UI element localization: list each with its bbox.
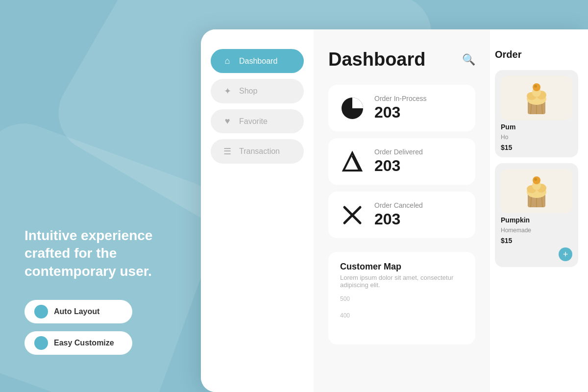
auto-layout-label: Auto Layout [54,307,99,316]
product-subtitle-1: Ho [501,134,572,141]
delivered-icon [340,149,365,174]
product-card-1: Pum Ho $15 [495,70,578,157]
product-image-2 [501,169,572,213]
stat-info-canceled: Order Canceled 203 [374,201,423,228]
product-subtitle-2: Homemade [501,227,572,234]
canceled-icon [340,203,365,227]
stat-info-in-process: Order In-Process 203 [374,95,427,122]
products-section-title: Order [495,49,578,60]
auto-layout-pill[interactable]: Auto Layout [24,300,132,323]
header-row: Dashboard 🔍 [328,49,475,70]
chart-labels: 500 400 [340,295,350,319]
cupcake-svg-1 [517,78,556,118]
stat-info-delivered: Order Delivered 203 [374,148,423,175]
stats-grid: Order In-Process 203 Order Delivered 203 [328,85,475,238]
search-icon[interactable]: 🔍 [462,53,475,66]
easy-customize-pill[interactable]: Easy Customize [24,331,132,355]
shop-icon: ✦ [221,86,233,97]
sidebar-label-dashboard: Dashboard [239,57,277,66]
customer-map-title: Customer Map [340,262,464,272]
product-name-1: Pum [501,123,572,131]
svg-point-24 [534,178,537,181]
easy-customize-label: Easy Customize [54,339,114,347]
customer-map-section: Customer Map Lorem ipsum dolor sit amet,… [328,252,475,344]
app-panel: ⌂ Dashboard ✦ Shop ♥ Favorite ☰ Transact… [201,29,588,392]
svg-point-14 [534,85,537,88]
heart-icon: ♥ [221,116,233,126]
transaction-icon: ☰ [221,146,233,157]
in-process-icon [340,96,365,121]
sidebar-item-favorite[interactable]: ♥ Favorite [211,109,304,133]
stat-label-delivered: Order Delivered [374,148,423,156]
product-card-2: Pumpkin Homemade $15 + [495,163,578,267]
sidebar-item-transaction[interactable]: ☰ Transaction [211,139,304,164]
home-icon: ⌂ [221,56,233,66]
sidebar-label-shop: Shop [239,87,257,96]
left-panel: Intuitive experience crafted for the con… [0,0,211,392]
customer-map-desc: Lorem ipsum dolor sit amet, consectetur … [340,274,464,289]
page-title: Dashboard [328,49,425,70]
product-name-2: Pumpkin [501,216,572,224]
chart-label-400: 400 [340,312,350,319]
easy-customize-dot [34,336,48,350]
stat-label-canceled: Order Canceled [374,201,423,209]
stat-card-in-process: Order In-Process 203 [328,85,475,131]
sidebar-item-dashboard[interactable]: ⌂ Dashboard [211,49,304,73]
stat-value-canceled: 203 [374,210,423,228]
stat-value-in-process: 203 [374,103,427,122]
tagline: Intuitive experience crafted for the con… [24,227,186,280]
sidebar: ⌂ Dashboard ✦ Shop ♥ Favorite ☰ Transact… [201,29,314,392]
main-content: Dashboard 🔍 Order In-Process 203 [314,29,490,392]
stat-card-delivered: Order Delivered 203 [328,138,475,185]
add-to-cart-button-2[interactable]: + [559,247,572,261]
cupcake-svg-2 [517,172,556,211]
chart-area: 500 400 [340,295,464,335]
sidebar-label-favorite: Favorite [239,117,268,126]
sidebar-label-transaction: Transaction [239,147,280,156]
stat-value-delivered: 203 [374,157,423,175]
stat-card-canceled: Order Canceled 203 [328,192,475,238]
product-price-2: $15 [501,237,572,245]
chart-label-500: 500 [340,295,350,302]
stat-label-in-process: Order In-Process [374,95,427,102]
product-image-1 [501,76,572,120]
auto-layout-dot [34,305,48,318]
right-panel: Order [490,29,588,392]
product-price-1: $15 [501,144,572,151]
sidebar-item-shop[interactable]: ✦ Shop [211,79,304,103]
